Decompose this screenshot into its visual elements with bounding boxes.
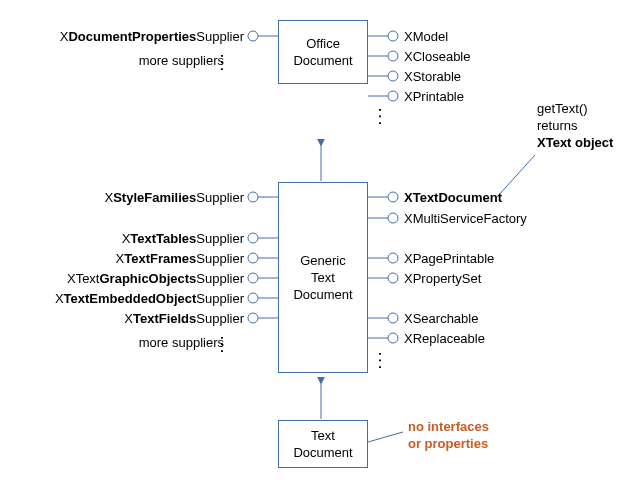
note-gettext: getText() returns XText object (537, 100, 613, 151)
svg-point-19 (248, 273, 258, 283)
svg-point-15 (248, 233, 258, 243)
office-document-box: Office Document (278, 20, 368, 84)
svg-point-23 (248, 313, 258, 323)
generic-left-iface-1: XTextTablesSupplier (122, 230, 244, 247)
svg-point-3 (248, 31, 258, 41)
box-label: Generic (279, 252, 367, 269)
office-right-iface-3: XPrintable (404, 88, 464, 105)
svg-point-21 (248, 293, 258, 303)
generic-left-iface-0: XStyleFamiliesSupplier (105, 189, 244, 206)
generic-text-document-box: Generic Text Document (278, 182, 368, 373)
office-left-dots: ... (218, 54, 233, 74)
svg-point-5 (388, 31, 398, 41)
svg-point-13 (248, 192, 258, 202)
svg-point-29 (388, 253, 398, 263)
svg-point-27 (388, 213, 398, 223)
svg-point-33 (388, 313, 398, 323)
office-left-more: more suppliers (139, 52, 224, 69)
box-label: Text (279, 269, 367, 286)
svg-line-36 (497, 155, 535, 197)
generic-left-iface-3: XTextGraphicObjectsSupplier (67, 270, 244, 287)
svg-point-9 (388, 71, 398, 81)
generic-right-iface-5: XReplaceable (404, 330, 485, 347)
svg-line-37 (368, 432, 403, 442)
svg-point-35 (388, 333, 398, 343)
svg-point-25 (388, 192, 398, 202)
generic-right-iface-3: XPropertySet (404, 270, 481, 287)
generic-right-iface-0: XTextDocument (404, 189, 502, 206)
box-label: Document (279, 52, 367, 69)
office-right-dots: ... (376, 108, 391, 128)
box-label: Text (279, 427, 367, 444)
generic-right-iface-4: XSearchable (404, 310, 478, 327)
generic-left-iface-2: XTextFramesSupplier (116, 250, 244, 267)
note-no-interfaces: no interfaces or properties (408, 418, 489, 452)
office-right-iface-1: XCloseable (404, 48, 471, 65)
generic-right-iface-2: XPagePrintable (404, 250, 494, 267)
box-label: Document (279, 286, 367, 303)
svg-point-31 (388, 273, 398, 283)
box-label: Document (279, 444, 367, 461)
generic-left-iface-4: XTextEmbeddedObjectSupplier (55, 290, 244, 307)
svg-point-7 (388, 51, 398, 61)
text-document-box: Text Document (278, 420, 368, 468)
box-label: Office (279, 35, 367, 52)
svg-point-17 (248, 253, 258, 263)
svg-point-11 (388, 91, 398, 101)
generic-right-dots: ... (376, 352, 391, 372)
generic-left-iface-5: XTextFieldsSupplier (124, 310, 244, 327)
office-left-iface-0: XDocumentPropertiesSupplier (60, 28, 244, 45)
generic-right-iface-1: XMultiServiceFactory (404, 210, 527, 227)
office-right-iface-0: XModel (404, 28, 448, 45)
generic-left-dots: ... (218, 336, 233, 356)
generic-left-more: more suppliers (139, 334, 224, 351)
office-right-iface-2: XStorable (404, 68, 461, 85)
